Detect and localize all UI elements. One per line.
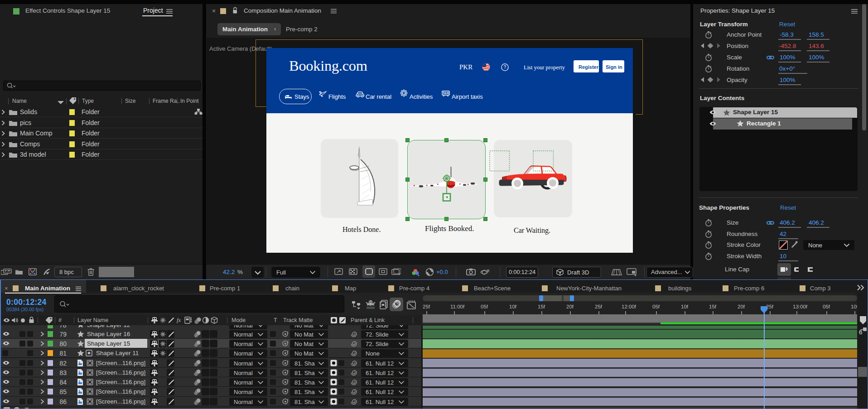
svg-text:fx: fx	[177, 317, 181, 323]
svg-text:TAXI: TAXI	[443, 91, 449, 95]
svg-text:?: ?	[504, 65, 506, 70]
